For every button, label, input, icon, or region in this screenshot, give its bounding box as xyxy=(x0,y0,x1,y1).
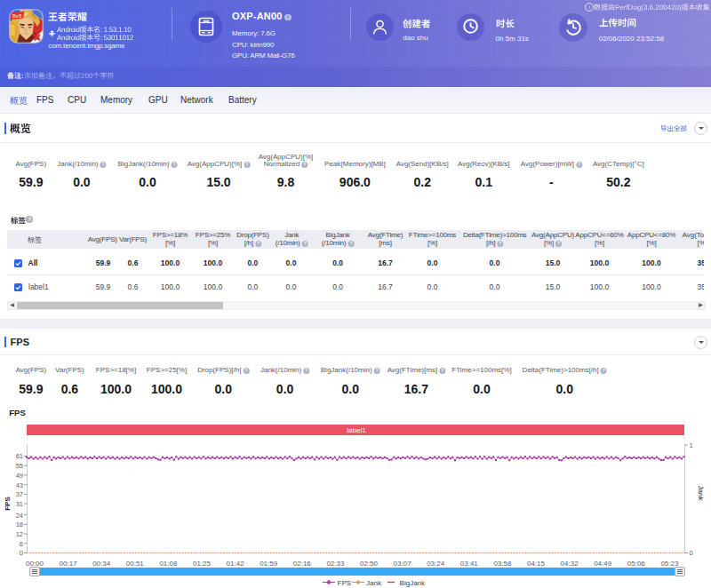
svg-text:6: 6 xyxy=(20,540,23,548)
svg-text:BigJank: BigJank xyxy=(400,579,426,587)
svg-text:31: 31 xyxy=(16,500,23,508)
svg-text:FPS: FPS xyxy=(338,579,352,587)
svg-text:5v5: 5v5 xyxy=(12,12,21,18)
svg-text:49: 49 xyxy=(16,472,23,480)
svg-text:24: 24 xyxy=(16,512,23,520)
svg-text:61: 61 xyxy=(16,452,23,460)
svg-text:18: 18 xyxy=(16,520,23,528)
svg-text:37: 37 xyxy=(16,490,23,498)
svg-text:43: 43 xyxy=(16,481,23,489)
svg-text:Jank: Jank xyxy=(366,579,382,587)
svg-text:FPS: FPS xyxy=(4,497,12,511)
svg-text:Jank: Jank xyxy=(697,486,705,502)
svg-text:55: 55 xyxy=(16,462,23,470)
svg-text:12: 12 xyxy=(16,530,23,538)
svg-text:1: 1 xyxy=(690,441,693,449)
svg-text:0: 0 xyxy=(690,549,693,557)
svg-text:0: 0 xyxy=(20,549,23,557)
